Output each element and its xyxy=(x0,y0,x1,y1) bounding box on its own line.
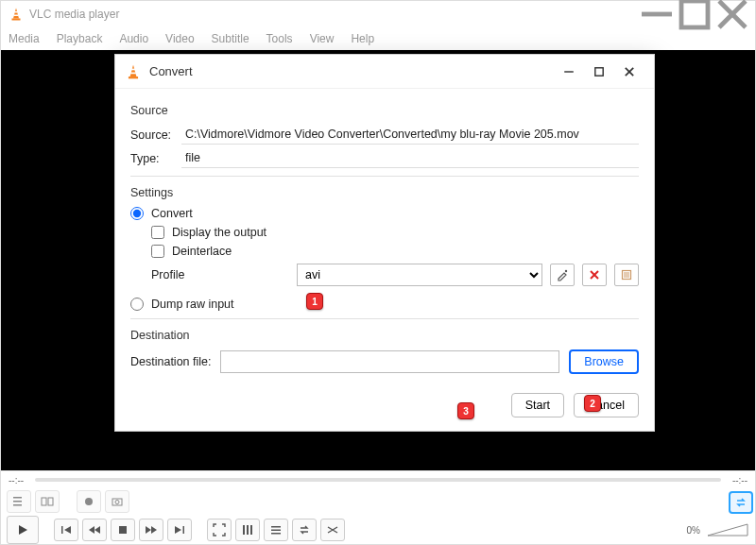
svg-rect-1 xyxy=(14,11,18,13)
svg-marker-19 xyxy=(89,526,94,534)
svg-rect-26 xyxy=(243,525,245,535)
dialog-body: Source Source: C:\Vidmore\Vidmore Video … xyxy=(115,89,654,383)
svg-rect-34 xyxy=(131,68,135,70)
type-value: file xyxy=(181,148,639,168)
svg-point-41 xyxy=(565,270,567,272)
svg-rect-5 xyxy=(681,1,708,27)
display-output-label: Display the output xyxy=(172,226,266,239)
dialog-close-button[interactable] xyxy=(614,59,644,85)
time-total: --:-- xyxy=(732,475,747,485)
loop-highlight-icon[interactable] xyxy=(729,491,753,514)
deinterlace-check-row[interactable]: Deinterlace xyxy=(151,245,639,258)
divider xyxy=(130,176,639,177)
shuffle-button[interactable] xyxy=(320,519,345,541)
extended-settings-button[interactable] xyxy=(235,519,260,541)
display-output-checkbox[interactable] xyxy=(151,226,164,239)
profile-edit-button[interactable] xyxy=(550,264,575,286)
svg-rect-11 xyxy=(42,498,46,505)
deinterlace-checkbox[interactable] xyxy=(151,245,164,258)
dump-radio[interactable] xyxy=(130,298,144,311)
skip-back-start-button[interactable] xyxy=(54,519,78,541)
svg-rect-2 xyxy=(14,15,19,17)
dialog-maximize-button[interactable] xyxy=(584,59,614,85)
profile-new-button[interactable] xyxy=(614,264,639,286)
menu-help[interactable]: Help xyxy=(351,32,374,45)
fullscreen-button[interactable] xyxy=(207,519,232,541)
prev-button[interactable] xyxy=(82,519,107,541)
next-button[interactable] xyxy=(139,519,163,541)
divider xyxy=(130,318,639,319)
svg-point-13 xyxy=(85,498,93,505)
menu-video[interactable]: Video xyxy=(165,32,194,45)
svg-marker-20 xyxy=(94,526,100,534)
source-section-label: Source xyxy=(130,104,639,117)
svg-marker-24 xyxy=(175,526,181,534)
main-minimize-button[interactable] xyxy=(638,3,676,26)
start-button[interactable]: Start xyxy=(511,393,564,417)
dialog-minimize-button[interactable] xyxy=(554,59,584,85)
volume-control: 0% xyxy=(687,522,749,537)
svg-rect-17 xyxy=(61,526,63,534)
svg-rect-12 xyxy=(48,498,53,505)
svg-rect-28 xyxy=(250,525,252,535)
tool-row-1 xyxy=(1,488,755,515)
profile-row: Profile avi xyxy=(151,264,639,286)
loop-ab-button[interactable] xyxy=(35,490,60,513)
menu-tools[interactable]: Tools xyxy=(266,32,293,45)
svg-rect-25 xyxy=(183,526,185,534)
profile-delete-button[interactable] xyxy=(582,264,607,286)
menu-audio[interactable]: Audio xyxy=(119,32,148,45)
svg-marker-23 xyxy=(151,526,157,534)
snapshot-button[interactable] xyxy=(105,490,129,513)
svg-rect-35 xyxy=(130,72,136,74)
dialog-button-row: Start Cancel xyxy=(115,383,654,431)
deinterlace-label: Deinterlace xyxy=(172,245,232,258)
destination-file-label: Destination file: xyxy=(130,355,211,368)
play-button[interactable] xyxy=(7,516,39,544)
dump-radio-row[interactable]: Dump raw input xyxy=(130,298,639,311)
vlc-cone-icon xyxy=(9,7,24,22)
svg-rect-27 xyxy=(247,525,249,535)
settings-section-label: Settings xyxy=(130,186,639,199)
destination-section-label: Destination xyxy=(130,329,639,342)
display-output-check-row[interactable]: Display the output xyxy=(151,226,639,239)
svg-rect-10 xyxy=(13,504,22,506)
stop-button[interactable] xyxy=(111,519,135,541)
type-label: Type: xyxy=(130,152,181,165)
main-close-button[interactable] xyxy=(713,3,751,26)
callout-3: 3 xyxy=(457,402,474,419)
svg-rect-29 xyxy=(271,526,281,528)
bottom-controls: --:-- --:-- xyxy=(1,470,755,544)
svg-rect-9 xyxy=(13,501,22,502)
dialog-title: Convert xyxy=(149,64,554,78)
tool-row-2: 0% xyxy=(1,515,755,545)
seek-slider[interactable] xyxy=(35,478,721,482)
convert-dialog: Convert Source Source: C:\Vidmore\Vidmor… xyxy=(114,54,655,432)
svg-marker-18 xyxy=(64,526,71,534)
destination-file-input[interactable] xyxy=(220,350,559,373)
svg-rect-8 xyxy=(13,497,22,499)
skip-forward-end-button[interactable] xyxy=(167,519,192,541)
svg-rect-21 xyxy=(119,526,127,534)
playlist-toggle-button[interactable] xyxy=(7,490,31,513)
svg-rect-3 xyxy=(12,19,21,21)
convert-radio-row[interactable]: Convert xyxy=(130,207,639,220)
loop-button[interactable] xyxy=(292,519,317,541)
source-value: C:\Vidmore\Vidmore Video Converter\Conve… xyxy=(181,125,639,145)
convert-radio-label: Convert xyxy=(151,207,193,220)
main-maximize-button[interactable] xyxy=(676,3,713,26)
svg-rect-30 xyxy=(271,530,281,532)
playlist-button[interactable] xyxy=(264,519,288,541)
menu-view[interactable]: View xyxy=(310,32,335,45)
record-button[interactable] xyxy=(77,490,101,513)
browse-button[interactable]: Browse xyxy=(569,349,639,374)
volume-slider[interactable] xyxy=(706,522,749,537)
dialog-titlebar: Convert xyxy=(115,55,654,89)
menu-subtitle[interactable]: Subtitle xyxy=(212,32,249,45)
convert-radio[interactable] xyxy=(130,207,144,220)
menu-media[interactable]: Media xyxy=(9,32,40,45)
svg-marker-33 xyxy=(130,64,137,76)
svg-rect-31 xyxy=(271,533,281,535)
profile-select[interactable]: avi xyxy=(297,264,542,286)
menu-playback[interactable]: Playback xyxy=(57,32,103,45)
